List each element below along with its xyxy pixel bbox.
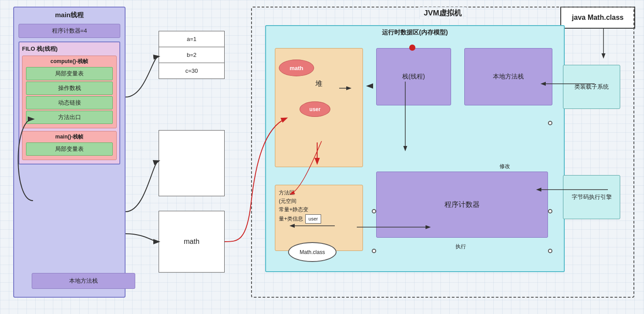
- jvm-outer-box: JVM虚拟机 运行时数据区(内存模型) 堆 math user 栈(线程) 本地…: [251, 7, 634, 298]
- method-area-box: 方法区 (元空间 常量+静态变 量+类信息 user: [275, 185, 363, 251]
- user-label-method: user: [305, 214, 321, 224]
- class-loader-box: 类装载子系统: [563, 65, 620, 109]
- operand-stack: 操作数栈: [26, 82, 113, 95]
- native-method-box-jvm: 本地方法栈: [464, 48, 552, 105]
- method-exit: 方法出口: [26, 111, 113, 124]
- var-c: c=30: [159, 63, 224, 78]
- var-a: a=1: [159, 31, 224, 47]
- program-counter-jvm: 程序计数器: [376, 172, 548, 238]
- runtime-title: 运行时数据区(内存模型): [266, 26, 564, 38]
- math-ref-box: math: [159, 211, 225, 273]
- connector-dot-4: [372, 249, 376, 253]
- math-ellipse: math: [279, 60, 314, 76]
- local-var-table-main: 局部变量表: [26, 142, 113, 156]
- main-thread-title: main线程: [14, 7, 125, 22]
- stack-thread-box: 栈(线程): [376, 48, 451, 105]
- main-frame: main()-栈帧 局部变量表: [22, 131, 117, 160]
- bytecode-engine-box: 字节码执行引擎: [563, 175, 620, 219]
- user-ellipse: user: [300, 101, 330, 117]
- mathclass-ellipse: Math.class: [288, 242, 337, 262]
- filo-title: FILO 栈(线程): [22, 45, 117, 53]
- native-method-stack-left: 本地方法栈: [32, 273, 135, 289]
- math-label: math: [184, 238, 200, 246]
- filo-stack: FILO 栈(线程) compute()-栈帧 局部变量表 操作数栈 动态链接 …: [19, 41, 120, 164]
- exec-label: 执行: [455, 243, 466, 250]
- connector-dot-5: [548, 249, 552, 253]
- connector-dot-3: [548, 209, 552, 213]
- empty-middle-box: [159, 130, 225, 196]
- program-counter: 程序计数器=4: [19, 24, 120, 38]
- var-b: b=2: [159, 47, 224, 63]
- runtime-area: 运行时数据区(内存模型) 堆 math user 栈(线程) 本地方法栈 方法区…: [265, 25, 565, 272]
- main-frame-title: main()-栈帧: [24, 133, 115, 141]
- connector-dot-2: [372, 209, 376, 213]
- method-area-text: 方法区 (元空间 常量+静态变 量+类信息 user: [279, 189, 359, 224]
- compute-frame-title: compute()-栈帧: [24, 58, 115, 65]
- local-var-table-compute: 局部变量表: [26, 67, 113, 80]
- variable-group: a=1 b=2 c=30: [159, 31, 225, 79]
- compute-frame: compute()-栈帧 局部变量表 操作数栈 动态链接 方法出口: [22, 56, 117, 128]
- modify-label: 修改: [500, 163, 510, 170]
- dynamic-link: 动态链接: [26, 96, 113, 109]
- main-thread-box: main线程 程序计数器=4 FILO 栈(线程) compute()-栈帧 局…: [13, 7, 126, 298]
- heap-box: 堆 math user: [275, 48, 363, 167]
- connector-dot-1: [548, 121, 552, 125]
- jvm-title: JVM虚拟机: [419, 7, 466, 19]
- red-dot: [409, 45, 415, 51]
